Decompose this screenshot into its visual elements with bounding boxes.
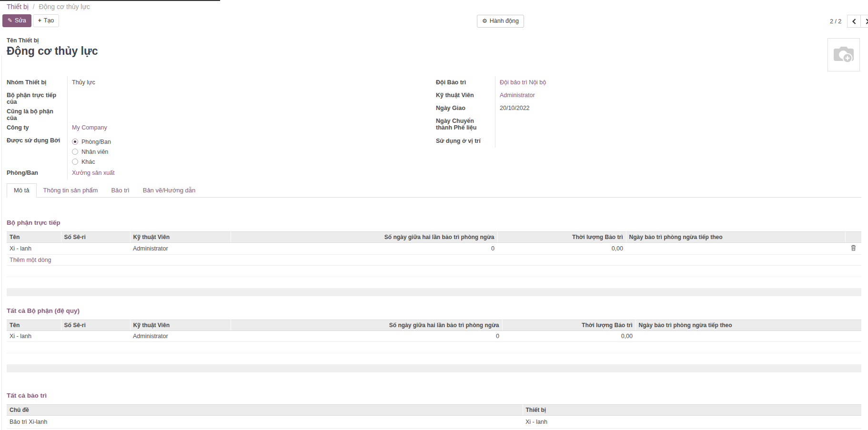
empty-row bbox=[7, 277, 861, 289]
section-direct-parts: Bộ phận trực tiếp Tên Số Sê-ri Kỹ thuật … bbox=[7, 219, 861, 296]
camera-plus-icon bbox=[833, 46, 855, 64]
cell-next-date[interactable] bbox=[636, 331, 861, 342]
radio-option-other[interactable]: Khác bbox=[72, 157, 369, 167]
cell-serial[interactable] bbox=[61, 243, 130, 255]
cell-serial[interactable] bbox=[61, 331, 130, 342]
field-direct-part-of: Bộ phận trực tiếp của bbox=[7, 89, 369, 105]
radio-option-employee[interactable]: Nhân viên bbox=[72, 147, 369, 157]
field-used-by: Được sử dụng Bởi Phòng/Ban Nhân viên Khá… bbox=[7, 134, 369, 167]
cell-technician[interactable]: Administrator bbox=[130, 331, 231, 342]
cell-days-between[interactable]: 0 bbox=[231, 243, 497, 255]
field-label: Kỹ thuật Viên bbox=[436, 89, 495, 102]
column-header-days-between[interactable]: Số ngày giữa hai lần bảo trì phòng ngừa bbox=[231, 232, 497, 243]
cell-subject[interactable]: Bảo trì Xi-lanh bbox=[7, 416, 523, 429]
plus-icon: + bbox=[38, 18, 41, 23]
technician-link[interactable]: Administrator bbox=[500, 92, 535, 99]
breadcrumb-parent-link[interactable]: Thiết bị bbox=[7, 3, 29, 10]
radio-selected-icon[interactable] bbox=[72, 139, 78, 145]
column-header-duration[interactable]: Thời lượng Bảo trì bbox=[497, 232, 626, 243]
column-header-duration[interactable]: Thời lượng Bảo trì bbox=[502, 320, 636, 331]
radio-option-label: Khác bbox=[81, 159, 95, 165]
field-value bbox=[68, 105, 369, 121]
table-row[interactable]: Xi - lanh Administrator 0 0,00 bbox=[7, 243, 861, 255]
field-assigned-date: Ngày Giao 20/10/2022 bbox=[436, 102, 703, 115]
form-sheet: Tên Thiết bị Động cơ thủy lực Nhóm Thiết… bbox=[0, 28, 868, 430]
field-company: Công ty My Company bbox=[7, 121, 369, 134]
stripe-row bbox=[7, 289, 861, 297]
tab-product-information[interactable]: Thông tin sản phẩm bbox=[37, 184, 105, 197]
delete-row-button[interactable] bbox=[845, 243, 861, 255]
add-row: Thêm một dòng bbox=[7, 255, 861, 266]
column-header-technician[interactable]: Kỹ thuật Viên bbox=[130, 232, 231, 243]
cell-technician[interactable]: Administrator bbox=[130, 243, 231, 255]
column-header-next-date[interactable]: Ngày bảo trì phòng ngừa tiếp theo bbox=[636, 320, 861, 331]
company-link[interactable]: My Company bbox=[72, 124, 107, 131]
field-value bbox=[68, 89, 369, 105]
field-label: Bộ phận trực tiếp của bbox=[7, 89, 68, 105]
department-link[interactable]: Xưởng sản xuất bbox=[72, 170, 115, 176]
add-a-line-link[interactable]: Thêm một dòng bbox=[10, 257, 51, 263]
column-header-technician[interactable]: Kỹ thuật Viên bbox=[130, 320, 231, 331]
sheet-left-rule bbox=[1, 55, 2, 430]
field-label: Ngày Giao bbox=[436, 102, 495, 115]
tab-maintenance[interactable]: Bảo trì bbox=[104, 184, 136, 197]
breadcrumb-separator: / bbox=[33, 3, 35, 10]
field-value bbox=[495, 135, 703, 148]
column-header-name[interactable]: Tên bbox=[7, 232, 61, 243]
cell-name[interactable]: Xi - lanh bbox=[7, 243, 61, 255]
pager-previous-button[interactable] bbox=[847, 15, 861, 28]
edit-button[interactable]: ✎ Sửa bbox=[2, 14, 31, 27]
field-label: Ngày Chuyển thành Phế liệu bbox=[436, 115, 495, 135]
column-header-next-date[interactable]: Ngày bảo trì phòng ngừa tiếp theo bbox=[626, 232, 845, 243]
table-row[interactable]: Bảo trì Xi-lanh Xi - lanh bbox=[7, 416, 861, 429]
radio-unselected-icon[interactable] bbox=[72, 159, 78, 165]
radio-option-department[interactable]: Phòng/Ban bbox=[72, 137, 369, 147]
tab-description[interactable]: Mô tả bbox=[7, 183, 37, 198]
field-label: Được sử dụng Bởi bbox=[7, 134, 68, 167]
record-buttons: ✎ Sửa + Tạo bbox=[2, 14, 59, 27]
chevron-left-icon bbox=[852, 19, 857, 24]
pager: 2 / 2 bbox=[830, 15, 868, 28]
action-button-label: Hành động bbox=[490, 18, 519, 24]
pager-buttons bbox=[847, 15, 868, 28]
column-header-equipment[interactable]: Thiết bị bbox=[523, 405, 861, 416]
field-scrap-date: Ngày Chuyển thành Phế liệu bbox=[436, 115, 703, 135]
column-header-subject[interactable]: Chủ đề bbox=[7, 405, 523, 416]
column-header-serial[interactable]: Số Sê-ri bbox=[61, 320, 130, 331]
cell-days-between[interactable]: 0 bbox=[231, 331, 502, 342]
trash-icon bbox=[851, 245, 856, 251]
column-header-serial[interactable]: Số Sê-ri bbox=[61, 232, 130, 243]
chevron-right-icon bbox=[865, 19, 868, 24]
action-button[interactable]: ⚙ Hành động bbox=[477, 15, 524, 28]
cell-next-date[interactable] bbox=[626, 243, 845, 255]
pager-next-button[interactable] bbox=[861, 15, 868, 28]
table-row[interactable]: Xi - lanh Administrator 0 0,00 bbox=[7, 331, 861, 342]
column-header-delete bbox=[845, 232, 861, 243]
field-technician: Kỹ thuật Viên Administrator bbox=[436, 89, 703, 102]
column-header-days-between[interactable]: Số ngày giữa hai lần bảo trì phòng ngừa bbox=[231, 320, 502, 331]
section-all-parts: Tất cả Bộ phận (đệ quy) Tên Số Sê-ri Kỹ … bbox=[7, 307, 861, 372]
cell-equipment[interactable]: Xi - lanh bbox=[523, 416, 861, 429]
column-header-name[interactable]: Tên bbox=[7, 320, 61, 331]
notebook-tabs: Mô tả Thông tin sản phẩm Bảo trì Bản vẽ/… bbox=[7, 183, 861, 198]
create-button-label: Tạo bbox=[44, 18, 54, 24]
table-header-row: Tên Số Sê-ri Kỹ thuật Viên Số ngày giữa … bbox=[7, 232, 861, 243]
cell-name[interactable]: Xi - lanh bbox=[7, 331, 61, 342]
cell-duration[interactable]: 0,00 bbox=[497, 243, 626, 255]
radio-unselected-icon[interactable] bbox=[72, 149, 78, 155]
image-upload-box[interactable] bbox=[828, 38, 860, 71]
field-label: Công ty bbox=[7, 121, 68, 134]
section-title: Bộ phận trực tiếp bbox=[7, 219, 861, 226]
all-parts-table: Tên Số Sê-ri Kỹ thuật Viên Số ngày giữa … bbox=[7, 320, 861, 372]
window-edge bbox=[0, 0, 220, 1]
field-value bbox=[495, 115, 703, 135]
edit-button-label: Sửa bbox=[15, 18, 26, 24]
maintenance-team-link[interactable]: Đội bảo trì Nội bộ bbox=[500, 79, 546, 86]
stripe-row bbox=[7, 365, 861, 373]
cell-duration[interactable]: 0,00 bbox=[502, 331, 636, 342]
section-all-maintenance: Tất cả bảo trì Chủ đề Thiết bị Bảo trì X… bbox=[7, 392, 861, 429]
field-value: Thủy lực bbox=[68, 76, 369, 89]
create-button[interactable]: + Tạo bbox=[33, 14, 60, 27]
tab-drawings-instructions[interactable]: Bản vẽ/Hướng dẫn bbox=[136, 184, 202, 197]
gear-icon: ⚙ bbox=[482, 18, 487, 24]
